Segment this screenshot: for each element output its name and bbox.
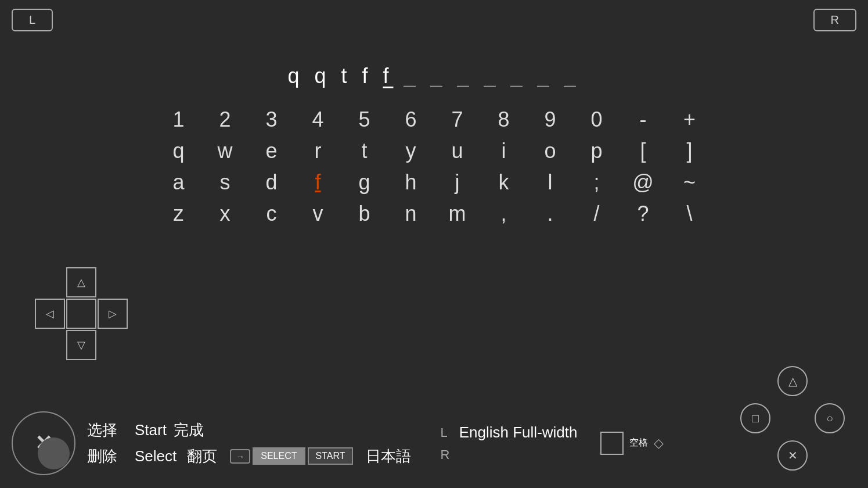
key-a[interactable]: a [164,170,194,195]
arrow-btn[interactable]: → [230,449,250,464]
face-cross-button[interactable]: ✕ [777,440,808,471]
dpad-right[interactable]: ▷ [98,299,128,329]
key-backslash[interactable]: \ [675,202,705,226]
space-button[interactable] [600,432,624,455]
key-minus[interactable]: - [628,107,658,132]
bottom-action-labels: 选择 删除 [87,420,117,467]
key-m[interactable]: m [442,202,473,226]
key-2[interactable]: 2 [210,107,240,132]
keyboard-row-3: z x c v b n m , . / ? \ [164,202,705,226]
key-e[interactable]: e [257,139,287,163]
lang-select-buttons: → SELECT START [230,447,353,465]
r-action: R [440,447,577,462]
blank-chars: _ _ _ _ _ _ _ [393,64,580,88]
l-action-label: English Full-width [459,424,578,442]
dpad-empty-bl [35,330,65,360]
start-action: Start 完成 [135,420,411,440]
key-7[interactable]: 7 [442,107,473,132]
key-p[interactable]: p [582,139,612,163]
key-tilde[interactable]: ~ [675,170,705,195]
key-y[interactable]: y [396,139,426,163]
key-i[interactable]: i [489,139,519,163]
key-semicolon[interactable]: ; [582,170,612,195]
key-at[interactable]: @ [628,170,658,195]
dpad-down[interactable]: ▽ [66,330,96,360]
key-9[interactable]: 9 [535,107,566,132]
key-o[interactable]: o [535,139,566,163]
bottom-bar: ✕ 选择 删除 Start 完成 Select 翻页 → SELE [0,398,868,488]
face-square-button[interactable]: □ [740,403,770,433]
virtual-keyboard: 1 2 3 4 5 6 7 8 9 0 - + q w e r t y u i … [164,107,705,226]
keyboard-row-0: 1 2 3 4 5 6 7 8 9 0 - + [164,107,705,132]
l-key-label: L [440,425,447,440]
dpad-left[interactable]: ◁ [35,299,65,329]
key-n[interactable]: n [396,202,426,226]
start-select-group: Start 完成 Select 翻页 → SELECT START 日本語 [135,420,411,467]
dpad-center [66,299,96,329]
action-row-select: 选择 [87,420,117,440]
key-f[interactable]: f [303,170,333,195]
key-r[interactable]: r [303,139,333,163]
keyboard-row-2: a s d f g h j k l ; @ ~ [164,170,705,195]
face-triangle-button[interactable]: △ [777,366,808,396]
key-j[interactable]: j [442,170,473,195]
key-k[interactable]: k [489,170,519,195]
action-row-delete: 删除 [87,446,117,467]
face-buttons-area: △ □ ○ ✕ [740,366,856,482]
key-w[interactable]: w [210,139,240,163]
key-z[interactable]: z [164,202,194,226]
select-action: Select 翻页 → SELECT START 日本語 [135,446,411,467]
key-8[interactable]: 8 [489,107,519,132]
key-comma[interactable]: , [489,202,519,226]
dpad-up[interactable]: △ [66,267,96,297]
key-v[interactable]: v [303,202,333,226]
key-period[interactable]: . [535,202,566,226]
key-4[interactable]: 4 [303,107,333,132]
key-x[interactable]: x [210,202,240,226]
select-action-label: 翻页 [187,446,217,467]
l-action-group: L English Full-width R [440,424,577,462]
select-key-label: Select [135,447,177,465]
face-buttons: △ □ ○ ✕ [740,366,845,471]
key-plus[interactable]: + [675,107,705,132]
key-1[interactable]: 1 [164,107,194,132]
space-label: 空格 [629,437,648,449]
key-q[interactable]: q [164,139,194,163]
key-slash[interactable]: / [582,202,612,226]
key-lbracket[interactable]: [ [628,139,658,163]
key-b[interactable]: b [350,202,380,226]
key-u[interactable]: u [442,139,473,163]
text-input-display: q q t f f _ _ _ _ _ _ _ [287,64,580,88]
start-btn[interactable]: START [308,447,354,465]
typed-text: q q t f f [287,64,393,88]
analog-inner-circle [38,437,70,469]
key-t[interactable]: t [350,139,380,163]
key-g[interactable]: g [350,170,380,195]
dpad-empty-tl [35,267,65,297]
diamond-icon: ◇ [654,436,664,451]
dpad: △ ◁ ▷ ▽ [35,267,128,360]
l-shoulder-button[interactable]: L [12,9,53,31]
key-d[interactable]: d [257,170,287,195]
face-circle-button[interactable]: ○ [815,403,845,433]
start-key-label: Start [135,421,167,439]
key-question[interactable]: ? [628,202,658,226]
r-key-label: R [440,447,449,462]
key-h[interactable]: h [396,170,426,195]
r-shoulder-button[interactable]: R [813,9,856,31]
action-select-label: 选择 [87,420,117,440]
key-s[interactable]: s [210,170,240,195]
dpad-empty-br [98,330,128,360]
keyboard-row-1: q w e r t y u i o p [ ] [164,139,705,163]
key-5[interactable]: 5 [350,107,380,132]
japanese-label: 日本語 [366,446,411,467]
select-btn[interactable]: SELECT [253,447,305,465]
key-c[interactable]: c [257,202,287,226]
dpad-empty-tr [98,267,128,297]
key-0[interactable]: 0 [582,107,612,132]
key-l[interactable]: l [535,170,566,195]
analog-stick-left[interactable]: ✕ [12,411,75,475]
key-rbracket[interactable]: ] [675,139,705,163]
key-6[interactable]: 6 [396,107,426,132]
key-3[interactable]: 3 [257,107,287,132]
